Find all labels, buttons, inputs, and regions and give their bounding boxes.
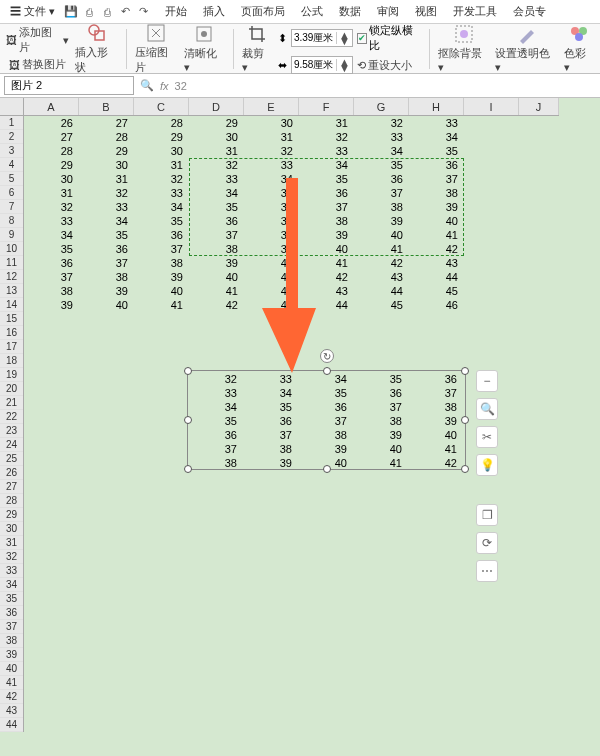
cell[interactable] bbox=[134, 494, 189, 508]
cell[interactable]: 34 bbox=[354, 144, 409, 158]
cell[interactable]: 41 bbox=[299, 256, 354, 270]
cell[interactable] bbox=[244, 690, 299, 704]
cell[interactable]: 35 bbox=[409, 144, 464, 158]
cell[interactable] bbox=[519, 284, 574, 298]
cell[interactable] bbox=[519, 466, 574, 480]
cell[interactable]: 32 bbox=[354, 116, 409, 130]
zoom-fx-icon[interactable]: 🔍 bbox=[140, 79, 154, 92]
lock-ratio-checkbox[interactable]: ✔锁定纵横比 bbox=[357, 23, 421, 53]
cell[interactable] bbox=[134, 312, 189, 326]
cell[interactable] bbox=[189, 606, 244, 620]
file-menu[interactable]: ☰ 文件 ▾ bbox=[4, 2, 61, 21]
row-header[interactable]: 20 bbox=[0, 382, 23, 396]
cell[interactable] bbox=[519, 676, 574, 690]
cell[interactable] bbox=[299, 522, 354, 536]
row-header[interactable]: 35 bbox=[0, 592, 23, 606]
cell[interactable]: 40 bbox=[79, 298, 134, 312]
cell[interactable] bbox=[354, 340, 409, 354]
cell[interactable]: 31 bbox=[134, 158, 189, 172]
cell[interactable] bbox=[189, 704, 244, 718]
cell[interactable]: 31 bbox=[24, 186, 79, 200]
cell[interactable]: 32 bbox=[24, 200, 79, 214]
cell[interactable]: 32 bbox=[189, 158, 244, 172]
cell[interactable] bbox=[519, 494, 574, 508]
cell[interactable]: 37 bbox=[79, 256, 134, 270]
cell[interactable] bbox=[189, 690, 244, 704]
cell[interactable] bbox=[244, 480, 299, 494]
row-header[interactable]: 19 bbox=[0, 368, 23, 382]
cell[interactable]: 37 bbox=[24, 270, 79, 284]
cell[interactable] bbox=[24, 676, 79, 690]
row-header[interactable]: 18 bbox=[0, 354, 23, 368]
zoom-tool[interactable]: 🔍 bbox=[476, 398, 498, 420]
cell[interactable]: 31 bbox=[299, 116, 354, 130]
handle-tr[interactable] bbox=[461, 367, 469, 375]
cell[interactable]: 36 bbox=[409, 158, 464, 172]
cell[interactable] bbox=[244, 620, 299, 634]
cell[interactable]: 41 bbox=[134, 298, 189, 312]
cell[interactable] bbox=[189, 564, 244, 578]
cell[interactable] bbox=[299, 312, 354, 326]
row-header[interactable]: 41 bbox=[0, 676, 23, 690]
row-header[interactable]: 44 bbox=[0, 718, 23, 732]
cell[interactable]: 37 bbox=[244, 214, 299, 228]
cell[interactable] bbox=[189, 676, 244, 690]
cell[interactable]: 31 bbox=[79, 172, 134, 186]
cell[interactable]: 28 bbox=[79, 130, 134, 144]
cell[interactable] bbox=[519, 718, 574, 732]
cell[interactable]: 36 bbox=[79, 242, 134, 256]
row-header[interactable]: 9 bbox=[0, 228, 23, 242]
cell[interactable] bbox=[79, 452, 134, 466]
cell[interactable] bbox=[409, 648, 464, 662]
cell[interactable] bbox=[354, 354, 409, 368]
cell[interactable] bbox=[464, 242, 519, 256]
cell[interactable] bbox=[519, 410, 574, 424]
row-header[interactable]: 43 bbox=[0, 704, 23, 718]
cell[interactable] bbox=[244, 494, 299, 508]
cell[interactable] bbox=[519, 298, 574, 312]
cell[interactable]: 33 bbox=[79, 200, 134, 214]
cell[interactable] bbox=[79, 438, 134, 452]
cell[interactable] bbox=[24, 438, 79, 452]
handle-ml[interactable] bbox=[184, 416, 192, 424]
cell[interactable] bbox=[354, 312, 409, 326]
cell[interactable]: 38 bbox=[24, 284, 79, 298]
cell[interactable] bbox=[299, 648, 354, 662]
cell[interactable] bbox=[299, 564, 354, 578]
cell[interactable] bbox=[464, 298, 519, 312]
cell[interactable] bbox=[519, 368, 574, 382]
cell[interactable]: 44 bbox=[409, 270, 464, 284]
cell[interactable] bbox=[189, 494, 244, 508]
cell[interactable]: 44 bbox=[299, 298, 354, 312]
cell[interactable]: 37 bbox=[189, 228, 244, 242]
select-all-corner[interactable] bbox=[0, 98, 24, 115]
cell[interactable] bbox=[354, 676, 409, 690]
col-header-G[interactable]: G bbox=[354, 98, 409, 115]
cell[interactable] bbox=[79, 508, 134, 522]
cell[interactable]: 29 bbox=[189, 116, 244, 130]
cell[interactable]: 45 bbox=[354, 298, 409, 312]
cell[interactable] bbox=[464, 340, 519, 354]
cell[interactable] bbox=[354, 550, 409, 564]
cell[interactable]: 38 bbox=[189, 242, 244, 256]
cell[interactable]: 43 bbox=[299, 284, 354, 298]
cell[interactable] bbox=[79, 648, 134, 662]
cell[interactable] bbox=[189, 480, 244, 494]
cell[interactable] bbox=[134, 340, 189, 354]
cell[interactable] bbox=[464, 130, 519, 144]
cell[interactable]: 40 bbox=[134, 284, 189, 298]
cell[interactable] bbox=[464, 606, 519, 620]
cell[interactable] bbox=[464, 648, 519, 662]
cell[interactable] bbox=[189, 718, 244, 732]
cell[interactable] bbox=[409, 620, 464, 634]
cell[interactable] bbox=[519, 158, 574, 172]
cell[interactable] bbox=[244, 326, 299, 340]
row-header[interactable]: 15 bbox=[0, 312, 23, 326]
cell[interactable] bbox=[354, 508, 409, 522]
cell[interactable] bbox=[464, 144, 519, 158]
cell[interactable]: 41 bbox=[354, 242, 409, 256]
cell[interactable]: 29 bbox=[79, 144, 134, 158]
cell[interactable]: 39 bbox=[79, 284, 134, 298]
cell[interactable] bbox=[354, 522, 409, 536]
cell[interactable]: 35 bbox=[189, 200, 244, 214]
